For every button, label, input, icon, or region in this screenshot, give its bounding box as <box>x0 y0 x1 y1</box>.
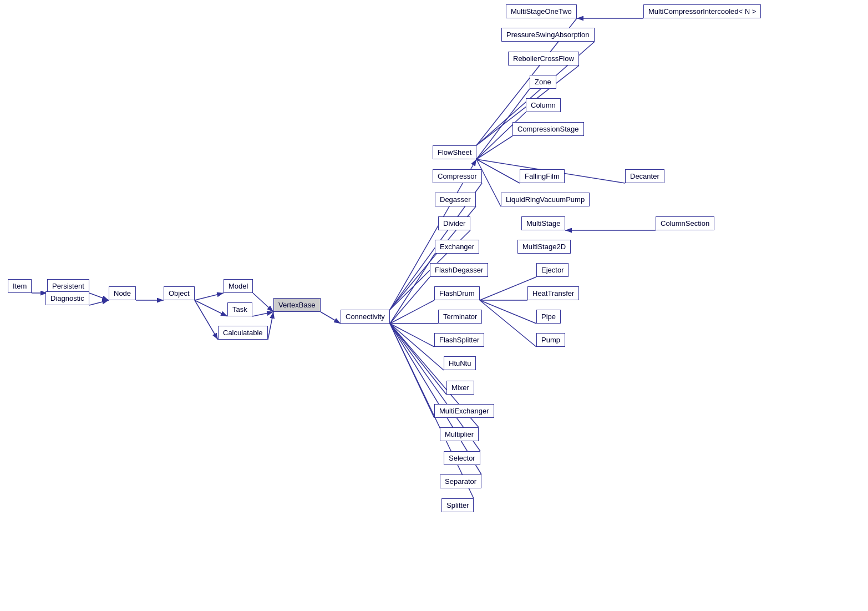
svg-line-35 <box>268 312 273 340</box>
node-multicompressorintercooled: MultiCompressorIntercooled< N > <box>643 4 761 18</box>
node-flashsplitter: FlashSplitter <box>434 333 484 347</box>
node-multiexchanger: MultiExchanger <box>434 404 494 418</box>
svg-line-30 <box>480 300 536 324</box>
node-zone: Zone <box>530 75 556 89</box>
svg-line-41 <box>89 300 109 305</box>
svg-line-32 <box>321 312 341 324</box>
graph-svg <box>0 0 868 611</box>
svg-line-40 <box>89 293 109 300</box>
svg-line-16 <box>390 254 435 324</box>
node-columnsection: ColumnSection <box>656 216 714 230</box>
node-heattransfer: HeatTransfer <box>527 286 579 300</box>
node-mixer: Mixer <box>446 381 474 395</box>
svg-line-21 <box>390 324 444 370</box>
graph-container: MultiStageOneTwoMultiCompressorIntercool… <box>0 0 868 611</box>
svg-line-34 <box>252 312 273 316</box>
node-multistage2d: MultiStage2D <box>517 240 571 254</box>
svg-line-17 <box>390 277 430 324</box>
node-htuntu: HtuNtu <box>444 356 476 370</box>
node-diagnostic: Diagnostic <box>45 291 89 305</box>
node-connectivity: Connectivity <box>341 310 390 324</box>
node-fallingfilm: FallingFilm <box>520 169 565 183</box>
node-flashdegasser: FlashDegasser <box>430 263 488 277</box>
node-flowsheet: FlowSheet <box>433 145 476 159</box>
node-liquidringvacuumpump: LiquidRingVacuumPump <box>501 193 590 206</box>
node-node: Node <box>109 286 136 300</box>
node-decanter: Decanter <box>625 169 664 183</box>
svg-line-7 <box>476 136 512 159</box>
node-pump: Pump <box>536 333 565 347</box>
svg-line-36 <box>195 293 224 300</box>
node-terminator: Terminator <box>438 310 482 324</box>
node-vertexbase: VertexBase <box>273 298 321 312</box>
node-object: Object <box>164 286 195 300</box>
node-multiplier: Multiplier <box>440 427 479 441</box>
node-flashdrum: FlashDrum <box>434 286 480 300</box>
svg-line-18 <box>390 300 434 324</box>
node-calculatable: Calculatable <box>218 326 268 340</box>
node-model: Model <box>224 279 253 293</box>
svg-line-31 <box>480 300 536 347</box>
node-exchanger: Exchanger <box>435 240 479 254</box>
node-splitter: Splitter <box>441 498 474 512</box>
node-degasser: Degasser <box>435 193 476 206</box>
node-pipe: Pipe <box>536 310 561 324</box>
node-item: Item <box>8 279 32 293</box>
node-compressionstage: CompressionStage <box>512 122 584 136</box>
node-selector: Selector <box>444 451 480 465</box>
node-column: Column <box>526 98 561 112</box>
node-separator: Separator <box>440 474 481 488</box>
node-multistageonetwo: MultiStageOneTwo <box>506 4 577 18</box>
node-ejector: Ejector <box>536 263 568 277</box>
node-task: Task <box>227 302 252 316</box>
node-multistage: MultiStage <box>521 216 565 230</box>
node-divider: Divider <box>438 216 470 230</box>
node-compressor: Compressor <box>433 169 482 183</box>
node-reboilercrossflow: ReboilerCrossFlow <box>508 52 579 65</box>
svg-line-33 <box>253 293 273 312</box>
node-pressureswingabsorption: PressureSwingAbsorption <box>501 28 595 42</box>
